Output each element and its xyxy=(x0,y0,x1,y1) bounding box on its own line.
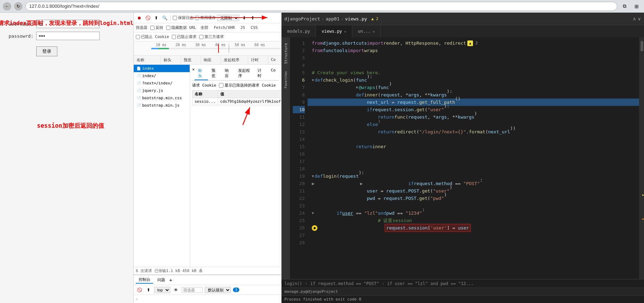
line-num-28: 28 xyxy=(293,239,305,246)
console-filter-input[interactable] xyxy=(182,287,203,293)
refresh-button[interactable]: ↻ xyxy=(14,2,23,11)
line-num-4: 4 xyxy=(293,62,305,69)
hide-data-url-check[interactable]: 隐藏数据 URL xyxy=(166,25,196,30)
console-filter-btn[interactable]: ⬆ xyxy=(145,286,152,293)
status-user-check: if user == "lzl" and pwd == "12... xyxy=(387,281,474,286)
timeline-30ms: 30 ms xyxy=(191,43,210,47)
detail-tab-preview[interactable]: 预览 xyxy=(208,67,221,80)
top-select[interactable]: top xyxy=(154,287,170,293)
breadcrumb-file[interactable]: views.py xyxy=(345,16,367,21)
line-num-17: 17 xyxy=(293,158,305,165)
expand-btn[interactable]: ∨ xyxy=(638,16,641,21)
file-bootstrap-js[interactable]: 📄 bootstrap.min.js xyxy=(134,102,190,109)
code-fold-area: from django.shortcuts import render, Htt… xyxy=(308,39,639,246)
timeline-60ms: 60 ms xyxy=(250,43,270,47)
code-line-4 xyxy=(308,62,639,69)
blocked-cookies-check[interactable]: 已阻止 Cookie xyxy=(136,34,169,39)
code-line-3 xyxy=(308,54,639,62)
tab-views-close[interactable]: ✕ xyxy=(344,30,346,33)
code-line-23 xyxy=(308,202,639,209)
structure-tab[interactable]: Structure xyxy=(283,40,289,67)
line-num-21: 21 xyxy=(293,187,305,195)
code-line-22: pwd = request.POST.get("pwd") xyxy=(308,195,639,202)
password-input[interactable] xyxy=(36,32,100,40)
sep1 xyxy=(170,15,171,21)
gutter-mark-yellow xyxy=(642,195,644,196)
fold-7[interactable]: ▼ xyxy=(356,84,358,91)
tab-un[interactable]: un... ✕ xyxy=(352,25,381,37)
detail-tab-co[interactable]: Co xyxy=(267,67,279,80)
disable-cache-check[interactable]: 禁用缓存 xyxy=(195,15,216,20)
import-btn[interactable]: ⬇ xyxy=(241,14,248,21)
show-filtered-check[interactable]: 显示已筛选掉的请求 Cookie xyxy=(219,83,276,88)
line-num-10: 10 xyxy=(293,106,305,113)
record-btn[interactable]: ⏺ xyxy=(136,14,143,21)
tab-models[interactable]: models.py xyxy=(282,25,316,37)
password-row: passowrd: xyxy=(5,32,128,40)
line-num-24: 24 xyxy=(293,209,305,217)
col-preview[interactable]: 预览 xyxy=(181,56,201,64)
col-extra[interactable]: Co xyxy=(268,56,281,64)
console-clear-btn[interactable]: 🚫 xyxy=(136,286,143,293)
col-initiator[interactable]: 发起程序 xyxy=(221,56,248,64)
detail-tab-initiator[interactable]: 发起程序 xyxy=(235,67,254,80)
line-num-19: 19 xyxy=(293,172,305,180)
address-bar[interactable] xyxy=(25,2,617,11)
timeline-blue-bar xyxy=(151,48,158,49)
detail-tab-response[interactable]: 响应 xyxy=(221,67,235,80)
tab-models-label: models.py xyxy=(287,29,310,34)
favorites-tab[interactable]: Favorites xyxy=(283,68,288,91)
browser-page: username: passowrd: 登录 请求index页面时，发现未登录，… xyxy=(0,13,134,303)
col-header[interactable]: 标头 xyxy=(161,56,181,64)
status-login: login() xyxy=(284,281,302,286)
code-line-13: return redirect("/login/?next={}".format… xyxy=(308,128,639,135)
reverse-check[interactable]: 反转 xyxy=(150,25,163,30)
code-line-17 xyxy=(308,158,639,165)
code-line-26: ● request.session['user'] = user xyxy=(308,224,639,232)
blocked-requests-check[interactable]: 已阻止请求 xyxy=(172,34,196,39)
file-next-index[interactable]: 📄 ?next=/index/ xyxy=(134,80,190,87)
scrollbar-thumb[interactable] xyxy=(640,41,643,51)
third-party-check[interactable]: 第三方请求 xyxy=(199,34,224,39)
username-input[interactable] xyxy=(36,20,100,28)
preserve-log-check[interactable]: 保留日志 xyxy=(173,15,194,20)
ide-scrollbar[interactable] xyxy=(639,37,644,279)
tab-views[interactable]: views.py ✕ xyxy=(316,25,352,37)
line-num-20: 20 xyxy=(293,180,305,187)
collapse-btn[interactable]: ∧ xyxy=(633,16,636,21)
file-index-slash[interactable]: 📄 index/ xyxy=(134,72,190,80)
detail-tab-header[interactable]: 标头 xyxy=(195,67,208,80)
login-button[interactable]: 登录 xyxy=(36,46,57,56)
tab-un-close[interactable]: ✕ xyxy=(373,30,375,33)
export-btn[interactable]: ⬆ xyxy=(249,14,256,21)
files-list: 📄 index 📄 index/ 📄 ?next=/index/ 📄 jquer… xyxy=(134,65,190,267)
code-line-18 xyxy=(308,165,639,172)
col-response[interactable]: 响应 xyxy=(201,56,221,64)
filter-btn[interactable]: ⬆ xyxy=(153,14,160,21)
file-jquery[interactable]: 📄 jquery.js xyxy=(134,87,190,94)
col-name[interactable]: 名称 xyxy=(134,56,161,64)
level-select[interactable]: 默认级别 xyxy=(205,287,231,293)
file-bootstrap-css[interactable]: 📄 bootstrap.min.css xyxy=(134,94,190,102)
breadcrumb-project[interactable]: djangoProject xyxy=(284,16,320,21)
col-timing[interactable]: 计时 xyxy=(248,56,268,64)
file-index[interactable]: 📄 index xyxy=(134,65,190,72)
line-num-2: 2 xyxy=(293,47,305,54)
fold-19[interactable]: ▼ xyxy=(312,172,314,180)
search-btn[interactable]: 🔍 xyxy=(161,14,168,21)
grid-btn[interactable]: ⊞ xyxy=(632,2,641,11)
breadcrumb-app[interactable]: app01 xyxy=(326,16,340,21)
tab-btn[interactable]: ⧉ xyxy=(620,2,629,11)
back-button[interactable]: ← xyxy=(3,2,11,11)
throttle-select[interactable]: 无限制 xyxy=(217,15,239,21)
add-tab-btn[interactable]: + xyxy=(169,277,172,283)
clear-btn[interactable]: 🚫 xyxy=(144,14,151,21)
cookie-th-name: 名称 xyxy=(192,90,218,98)
line-num-23: 23 xyxy=(293,202,305,209)
timeline-gray-line xyxy=(229,44,229,53)
detail-close[interactable]: ✕ xyxy=(192,67,195,80)
detail-tab-timing[interactable]: 计时 xyxy=(254,67,267,80)
console-tab[interactable]: 控制台 xyxy=(136,276,153,284)
issues-tab[interactable]: 问题 xyxy=(154,277,168,283)
eye-btn[interactable]: 👁 xyxy=(172,286,179,293)
